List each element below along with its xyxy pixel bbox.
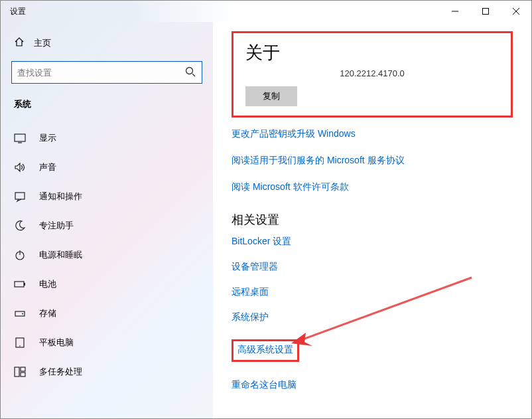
version-text: 120.2212.4170.0	[245, 68, 499, 78]
nav-label: 多任务处理	[39, 366, 82, 378]
support-links: 更改产品密钥或升级 Windows 阅读适用于我们服务的 Microsoft 服…	[232, 128, 513, 193]
sound-icon	[14, 161, 26, 173]
svg-rect-3	[15, 193, 25, 199]
link-remote-desktop[interactable]: 远程桌面	[232, 286, 513, 298]
link-bitlocker[interactable]: BitLocker 设置	[232, 236, 513, 248]
search-input[interactable]	[11, 61, 202, 84]
minimize-button[interactable]	[440, 1, 470, 22]
display-icon	[14, 132, 26, 144]
close-button[interactable]	[501, 1, 531, 22]
search-container	[11, 61, 202, 84]
home-link[interactable]: 主页	[11, 34, 202, 61]
nav-sound[interactable]: 声音	[11, 153, 202, 182]
svg-rect-12	[21, 367, 25, 371]
focus-icon	[14, 220, 26, 232]
nav-label: 存储	[39, 307, 56, 319]
nav-label: 电池	[39, 278, 56, 290]
nav-storage[interactable]: 存储	[11, 299, 202, 328]
about-heading: 关于	[245, 41, 499, 64]
svg-rect-6	[24, 283, 25, 286]
svg-rect-13	[21, 373, 25, 377]
nav-tablet[interactable]: 平板电脑	[11, 328, 202, 357]
svg-point-10	[19, 345, 21, 347]
battery-icon	[14, 278, 26, 290]
nav-notifications[interactable]: 通知和操作	[11, 182, 202, 211]
nav-label: 显示	[39, 132, 56, 144]
nav-power-sleep[interactable]: 电源和睡眠	[11, 240, 202, 270]
window-title: 设置	[1, 1, 35, 22]
svg-rect-0	[483, 9, 489, 15]
svg-rect-11	[15, 367, 19, 377]
nav-multitasking[interactable]: 多任务处理	[11, 357, 202, 386]
nav-battery[interactable]: 电池	[11, 270, 202, 299]
titlebar-spacer	[35, 1, 440, 22]
maximize-button[interactable]	[470, 1, 501, 22]
main-content: 关于 120.2212.4170.0 复制 更改产品密钥或升级 Windows …	[213, 22, 531, 418]
about-highlight-box: 关于 120.2212.4170.0 复制	[232, 31, 513, 118]
link-change-product-key[interactable]: 更改产品密钥或升级 Windows	[232, 128, 513, 140]
nav-display[interactable]: 显示	[11, 124, 202, 153]
advanced-settings-highlight: 高级系统设置	[232, 339, 299, 362]
nav-label: 专注助手	[39, 220, 74, 232]
nav-focus-assist[interactable]: 专注助手	[11, 211, 202, 240]
tablet-icon	[14, 337, 26, 349]
nav-label: 电源和睡眠	[39, 249, 82, 261]
link-device-manager[interactable]: 设备管理器	[232, 261, 513, 273]
nav-label: 平板电脑	[39, 337, 74, 349]
nav-label: 通知和操作	[39, 191, 82, 203]
svg-rect-2	[15, 134, 25, 141]
svg-point-1	[186, 68, 193, 74]
sidebar: 主页 系统 显示 声音 通知和操作 专注助手 电源和睡眠	[1, 22, 213, 418]
link-license-terms[interactable]: 阅读 Microsoft 软件许可条款	[232, 181, 513, 193]
nav-label: 声音	[39, 161, 56, 173]
notification-icon	[14, 191, 26, 203]
home-icon	[14, 37, 25, 49]
copy-button[interactable]: 复制	[245, 86, 297, 106]
power-icon	[14, 249, 26, 261]
link-rename-pc[interactable]: 重命名这台电脑	[232, 379, 513, 391]
svg-point-8	[22, 313, 23, 315]
search-icon	[185, 66, 196, 80]
related-links: BitLocker 设置 设备管理器 远程桌面 系统保护 高级系统设置 重命名这…	[232, 236, 513, 391]
home-label: 主页	[34, 37, 51, 49]
link-advanced-system-settings[interactable]: 高级系统设置	[237, 344, 293, 356]
related-heading: 相关设置	[232, 212, 513, 228]
section-heading: 系统	[11, 98, 202, 124]
multitask-icon	[14, 366, 26, 378]
svg-rect-5	[15, 282, 24, 287]
storage-icon	[14, 307, 26, 319]
title-bar: 设置	[1, 1, 531, 22]
link-system-protection[interactable]: 系统保护	[232, 311, 513, 323]
link-services-agreement[interactable]: 阅读适用于我们服务的 Microsoft 服务协议	[232, 155, 513, 167]
